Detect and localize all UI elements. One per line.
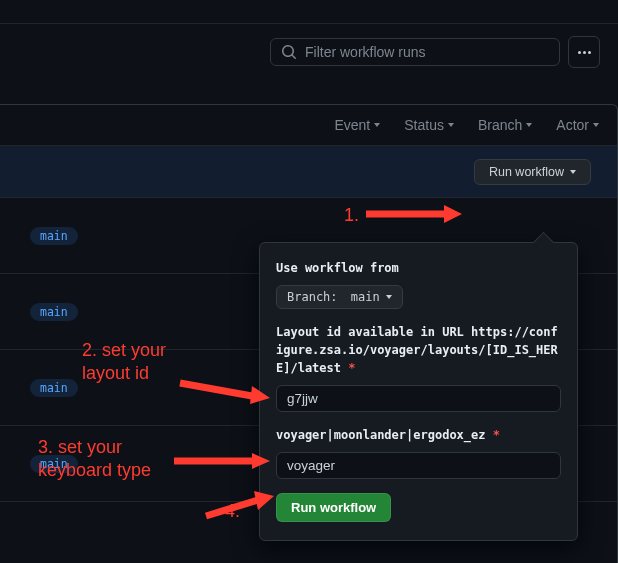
search-box[interactable] [270,38,560,66]
run-workflow-popover: Use workflow from Branch: main Layout id… [259,242,578,541]
keyboard-type-label: voyager|moonlander|ergodox_ez * [276,426,561,444]
filter-branch[interactable]: Branch [478,117,532,133]
branch-tag[interactable]: main [30,379,78,397]
use-workflow-label: Use workflow from [276,259,561,277]
filter-event[interactable]: Event [334,117,380,133]
search-row [0,24,618,80]
more-menu-button[interactable] [568,36,600,68]
dispatch-row: Run workflow [0,146,617,198]
chevron-down-icon [570,170,576,174]
branch-tag[interactable]: main [30,303,78,321]
branch-select[interactable]: Branch: main [276,285,403,309]
chevron-down-icon [386,295,392,299]
layout-id-input[interactable] [276,385,561,412]
run-workflow-submit-button[interactable]: Run workflow [276,493,391,522]
filter-bar: Event Status Branch Actor [0,105,617,146]
keyboard-type-input[interactable] [276,452,561,479]
filter-actor[interactable]: Actor [556,117,599,133]
run-workflow-dropdown-button[interactable]: Run workflow [474,159,591,185]
search-icon [281,44,297,60]
branch-tag[interactable]: main [30,227,78,245]
branch-tag[interactable]: main [30,455,78,473]
layout-id-label: Layout id available in URL https://confi… [276,323,561,377]
search-input[interactable] [305,44,549,60]
filter-status[interactable]: Status [404,117,454,133]
